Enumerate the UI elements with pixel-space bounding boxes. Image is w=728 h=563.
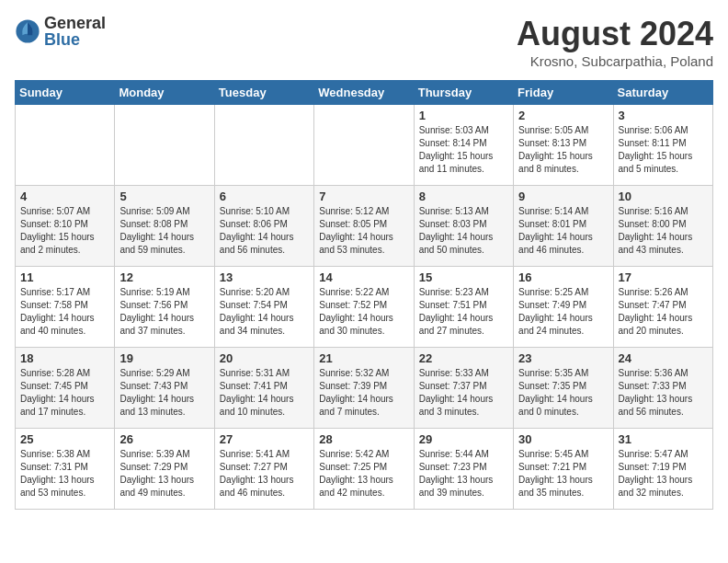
calendar-week-row: 11Sunrise: 5:17 AM Sunset: 7:58 PM Dayli… [16, 267, 713, 348]
header-sunday: Sunday [16, 81, 115, 105]
header-thursday: Thursday [414, 81, 513, 105]
day-number: 27 [220, 432, 309, 446]
calendar-table: Sunday Monday Tuesday Wednesday Thursday… [15, 80, 713, 510]
table-row: 4Sunrise: 5:07 AM Sunset: 8:10 PM Daylig… [16, 186, 115, 267]
day-info: Sunrise: 5:19 AM Sunset: 7:56 PM Dayligh… [119, 286, 209, 338]
table-row [214, 105, 313, 186]
calendar-week-row: 1Sunrise: 5:03 AM Sunset: 8:14 PM Daylig… [16, 105, 713, 186]
table-row [115, 105, 214, 186]
day-info: Sunrise: 5:25 AM Sunset: 7:49 PM Dayligh… [518, 286, 608, 338]
day-info: Sunrise: 5:13 AM Sunset: 8:03 PM Dayligh… [419, 205, 508, 257]
table-row: 16Sunrise: 5:25 AM Sunset: 7:49 PM Dayli… [514, 267, 613, 348]
header-wednesday: Wednesday [314, 81, 414, 105]
table-row: 29Sunrise: 5:44 AM Sunset: 7:23 PM Dayli… [414, 429, 513, 510]
header-monday: Monday [115, 81, 214, 105]
table-row: 11Sunrise: 5:17 AM Sunset: 7:58 PM Dayli… [16, 267, 115, 348]
header-friday: Friday [514, 81, 613, 105]
day-number: 4 [20, 190, 109, 203]
day-number: 8 [419, 190, 508, 203]
day-number: 30 [518, 432, 608, 446]
table-row: 15Sunrise: 5:23 AM Sunset: 7:51 PM Dayli… [414, 267, 513, 348]
day-info: Sunrise: 5:36 AM Sunset: 7:33 PM Dayligh… [619, 367, 708, 419]
day-number: 10 [619, 190, 708, 203]
table-row: 12Sunrise: 5:19 AM Sunset: 7:56 PM Dayli… [115, 267, 214, 348]
day-number: 7 [319, 190, 408, 203]
day-info: Sunrise: 5:47 AM Sunset: 7:19 PM Dayligh… [619, 448, 708, 500]
logo-text: General Blue [44, 15, 106, 48]
table-row: 6Sunrise: 5:10 AM Sunset: 8:06 PM Daylig… [214, 186, 313, 267]
table-row: 18Sunrise: 5:28 AM Sunset: 7:45 PM Dayli… [16, 348, 115, 429]
table-row: 22Sunrise: 5:33 AM Sunset: 7:37 PM Dayli… [414, 348, 513, 429]
day-info: Sunrise: 5:44 AM Sunset: 7:23 PM Dayligh… [419, 448, 508, 500]
table-row: 23Sunrise: 5:35 AM Sunset: 7:35 PM Dayli… [514, 348, 613, 429]
table-row: 21Sunrise: 5:32 AM Sunset: 7:39 PM Dayli… [314, 348, 414, 429]
day-info: Sunrise: 5:45 AM Sunset: 7:21 PM Dayligh… [518, 448, 608, 500]
day-info: Sunrise: 5:05 AM Sunset: 8:13 PM Dayligh… [518, 124, 608, 176]
day-number: 5 [119, 190, 209, 203]
day-number: 24 [619, 351, 708, 365]
header-tuesday: Tuesday [214, 81, 313, 105]
day-info: Sunrise: 5:35 AM Sunset: 7:35 PM Dayligh… [518, 367, 608, 419]
day-number: 18 [20, 351, 109, 365]
calendar-week-row: 25Sunrise: 5:38 AM Sunset: 7:31 PM Dayli… [16, 429, 713, 510]
table-row: 30Sunrise: 5:45 AM Sunset: 7:21 PM Dayli… [514, 429, 613, 510]
day-number: 13 [220, 270, 309, 284]
table-row [314, 105, 414, 186]
day-info: Sunrise: 5:07 AM Sunset: 8:10 PM Dayligh… [20, 205, 109, 257]
table-row: 13Sunrise: 5:20 AM Sunset: 7:54 PM Dayli… [214, 267, 313, 348]
day-number: 29 [419, 432, 508, 446]
table-row: 9Sunrise: 5:14 AM Sunset: 8:01 PM Daylig… [514, 186, 613, 267]
table-row: 19Sunrise: 5:29 AM Sunset: 7:43 PM Dayli… [115, 348, 214, 429]
day-number: 15 [419, 270, 508, 284]
day-number: 12 [119, 270, 209, 284]
table-row [16, 105, 115, 186]
table-row: 24Sunrise: 5:36 AM Sunset: 7:33 PM Dayli… [613, 348, 712, 429]
day-info: Sunrise: 5:06 AM Sunset: 8:11 PM Dayligh… [619, 124, 708, 176]
table-row: 14Sunrise: 5:22 AM Sunset: 7:52 PM Dayli… [314, 267, 414, 348]
day-info: Sunrise: 5:12 AM Sunset: 8:05 PM Dayligh… [319, 205, 408, 257]
calendar-header-row: Sunday Monday Tuesday Wednesday Thursday… [16, 81, 713, 105]
table-row: 17Sunrise: 5:26 AM Sunset: 7:47 PM Dayli… [613, 267, 712, 348]
table-row: 31Sunrise: 5:47 AM Sunset: 7:19 PM Dayli… [613, 429, 712, 510]
day-number: 21 [319, 351, 408, 365]
table-row: 25Sunrise: 5:38 AM Sunset: 7:31 PM Dayli… [16, 429, 115, 510]
day-info: Sunrise: 5:32 AM Sunset: 7:39 PM Dayligh… [319, 367, 408, 419]
logo-icon [15, 18, 40, 44]
header-saturday: Saturday [613, 81, 712, 105]
day-number: 31 [619, 432, 708, 446]
day-number: 6 [220, 190, 309, 203]
table-row: 26Sunrise: 5:39 AM Sunset: 7:29 PM Dayli… [115, 429, 214, 510]
day-number: 2 [518, 109, 608, 122]
month-year-title: August 2024 [517, 15, 713, 53]
day-info: Sunrise: 5:28 AM Sunset: 7:45 PM Dayligh… [20, 367, 109, 419]
day-info: Sunrise: 5:20 AM Sunset: 7:54 PM Dayligh… [220, 286, 309, 338]
day-number: 3 [619, 109, 708, 122]
day-number: 17 [619, 270, 708, 284]
day-number: 20 [220, 351, 309, 365]
logo-general-text: General [44, 15, 106, 31]
table-row: 28Sunrise: 5:42 AM Sunset: 7:25 PM Dayli… [314, 429, 414, 510]
calendar-week-row: 4Sunrise: 5:07 AM Sunset: 8:10 PM Daylig… [16, 186, 713, 267]
day-number: 26 [119, 432, 209, 446]
day-info: Sunrise: 5:03 AM Sunset: 8:14 PM Dayligh… [419, 124, 508, 176]
day-number: 23 [518, 351, 608, 365]
day-number: 22 [419, 351, 508, 365]
day-info: Sunrise: 5:41 AM Sunset: 7:27 PM Dayligh… [220, 448, 309, 500]
day-info: Sunrise: 5:29 AM Sunset: 7:43 PM Dayligh… [119, 367, 209, 419]
table-row: 20Sunrise: 5:31 AM Sunset: 7:41 PM Dayli… [214, 348, 313, 429]
day-number: 28 [319, 432, 408, 446]
day-info: Sunrise: 5:17 AM Sunset: 7:58 PM Dayligh… [20, 286, 109, 338]
day-info: Sunrise: 5:23 AM Sunset: 7:51 PM Dayligh… [419, 286, 508, 338]
day-number: 14 [319, 270, 408, 284]
table-row: 27Sunrise: 5:41 AM Sunset: 7:27 PM Dayli… [214, 429, 313, 510]
table-row: 2Sunrise: 5:05 AM Sunset: 8:13 PM Daylig… [514, 105, 613, 186]
day-info: Sunrise: 5:26 AM Sunset: 7:47 PM Dayligh… [619, 286, 708, 338]
day-info: Sunrise: 5:42 AM Sunset: 7:25 PM Dayligh… [319, 448, 408, 500]
day-info: Sunrise: 5:09 AM Sunset: 8:08 PM Dayligh… [119, 205, 209, 257]
table-row: 3Sunrise: 5:06 AM Sunset: 8:11 PM Daylig… [613, 105, 712, 186]
day-info: Sunrise: 5:31 AM Sunset: 7:41 PM Dayligh… [220, 367, 309, 419]
day-number: 16 [518, 270, 608, 284]
calendar-week-row: 18Sunrise: 5:28 AM Sunset: 7:45 PM Dayli… [16, 348, 713, 429]
day-number: 1 [419, 109, 508, 122]
day-info: Sunrise: 5:14 AM Sunset: 8:01 PM Dayligh… [518, 205, 608, 257]
